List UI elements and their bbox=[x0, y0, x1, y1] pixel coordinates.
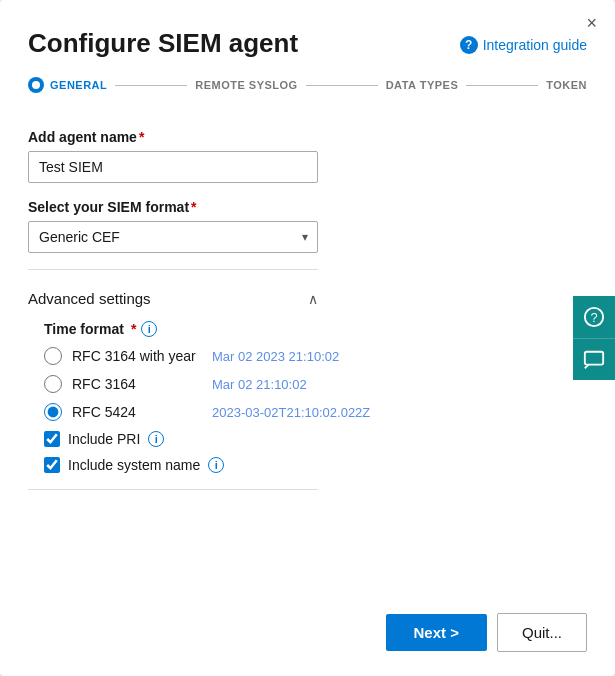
radio-rfc5424-input[interactable] bbox=[44, 403, 62, 421]
integration-guide-label: Integration guide bbox=[483, 37, 587, 53]
stepper: GENERAL REMOTE SYSLOG DATA TYPES TOKEN bbox=[0, 59, 615, 93]
siem-format-field: Select your SIEM format* Generic CEF Spl… bbox=[28, 199, 587, 253]
radio-rfc3164-example: Mar 02 21:10:02 bbox=[212, 377, 307, 392]
chevron-up-icon: ∧ bbox=[308, 291, 318, 307]
time-format-required: * bbox=[131, 321, 136, 337]
configure-siem-modal: × Configure SIEM agent ? Integration gui… bbox=[0, 0, 615, 676]
siem-format-required: * bbox=[191, 199, 196, 215]
step-line-3 bbox=[466, 85, 538, 86]
radio-rfc3164year-input[interactable] bbox=[44, 347, 62, 365]
advanced-settings-label: Advanced settings bbox=[28, 290, 151, 307]
siem-format-label: Select your SIEM format* bbox=[28, 199, 587, 215]
step-label-remote-syslog: REMOTE SYSLOG bbox=[195, 79, 297, 91]
step-label-token: TOKEN bbox=[546, 79, 587, 91]
step-data-types[interactable]: DATA TYPES bbox=[386, 79, 459, 91]
agent-name-required: * bbox=[139, 129, 144, 145]
step-label-general: GENERAL bbox=[50, 79, 107, 91]
step-dot-inner-general bbox=[32, 81, 40, 89]
close-button[interactable]: × bbox=[586, 14, 597, 32]
radio-rfc5424: RFC 5424 2023-03-02T21:10:02.022Z bbox=[44, 403, 587, 421]
integration-guide-link[interactable]: ? Integration guide bbox=[460, 36, 587, 54]
include-pri-info-icon[interactable]: i bbox=[148, 431, 164, 447]
modal-footer: Next > Quit... bbox=[0, 595, 615, 676]
step-label-data-types: DATA TYPES bbox=[386, 79, 459, 91]
include-pri-checkbox[interactable] bbox=[44, 431, 60, 447]
modal-body: Add agent name* Select your SIEM format*… bbox=[0, 93, 615, 595]
divider-1 bbox=[28, 269, 318, 270]
radio-rfc3164: RFC 3164 Mar 02 21:10:02 bbox=[44, 375, 587, 393]
sidebar-help-button[interactable]: ? bbox=[573, 296, 615, 338]
modal-header: Configure SIEM agent ? Integration guide bbox=[0, 0, 615, 59]
sidebar-chat-button[interactable] bbox=[573, 338, 615, 380]
time-format-label: Time format * i bbox=[44, 321, 587, 337]
sidebar-buttons: ? bbox=[573, 296, 615, 380]
divider-2 bbox=[28, 489, 318, 490]
question-icon: ? bbox=[583, 306, 605, 328]
step-token[interactable]: TOKEN bbox=[546, 79, 587, 91]
include-system-name-row: Include system name i bbox=[44, 457, 587, 473]
step-line-1 bbox=[115, 85, 187, 86]
svg-text:?: ? bbox=[590, 310, 597, 325]
chat-icon bbox=[583, 349, 605, 371]
radio-rfc3164year: RFC 3164 with year Mar 02 2023 21:10:02 bbox=[44, 347, 587, 365]
step-line-2 bbox=[306, 85, 378, 86]
include-pri-row: Include PRI i bbox=[44, 431, 587, 447]
include-system-name-label: Include system name bbox=[68, 457, 200, 473]
siem-format-select-wrapper: Generic CEF Splunk ArcSight QRadar ▾ bbox=[28, 221, 318, 253]
time-format-info-icon[interactable]: i bbox=[141, 321, 157, 337]
agent-name-input[interactable] bbox=[28, 151, 318, 183]
modal-title: Configure SIEM agent bbox=[28, 28, 298, 59]
advanced-panel: Time format * i RFC 3164 with year Mar 0… bbox=[28, 321, 587, 473]
include-system-name-checkbox[interactable] bbox=[44, 457, 60, 473]
siem-format-select[interactable]: Generic CEF Splunk ArcSight QRadar bbox=[28, 221, 318, 253]
quit-button[interactable]: Quit... bbox=[497, 613, 587, 652]
step-dot-general bbox=[28, 77, 44, 93]
next-button[interactable]: Next > bbox=[386, 614, 487, 651]
radio-rfc3164year-label: RFC 3164 with year bbox=[72, 348, 202, 364]
radio-rfc3164-input[interactable] bbox=[44, 375, 62, 393]
agent-name-field: Add agent name* bbox=[28, 129, 587, 183]
include-system-name-info-icon[interactable]: i bbox=[208, 457, 224, 473]
advanced-settings-toggle[interactable]: Advanced settings ∧ bbox=[28, 286, 318, 311]
help-icon: ? bbox=[460, 36, 478, 54]
step-remote-syslog[interactable]: REMOTE SYSLOG bbox=[195, 79, 297, 91]
radio-rfc3164year-example: Mar 02 2023 21:10:02 bbox=[212, 349, 339, 364]
radio-rfc3164-label: RFC 3164 bbox=[72, 376, 202, 392]
include-pri-label: Include PRI bbox=[68, 431, 140, 447]
radio-rfc5424-label: RFC 5424 bbox=[72, 404, 202, 420]
svg-rect-2 bbox=[585, 351, 603, 364]
radio-rfc5424-example: 2023-03-02T21:10:02.022Z bbox=[212, 405, 370, 420]
step-general[interactable]: GENERAL bbox=[28, 77, 107, 93]
agent-name-label: Add agent name* bbox=[28, 129, 587, 145]
